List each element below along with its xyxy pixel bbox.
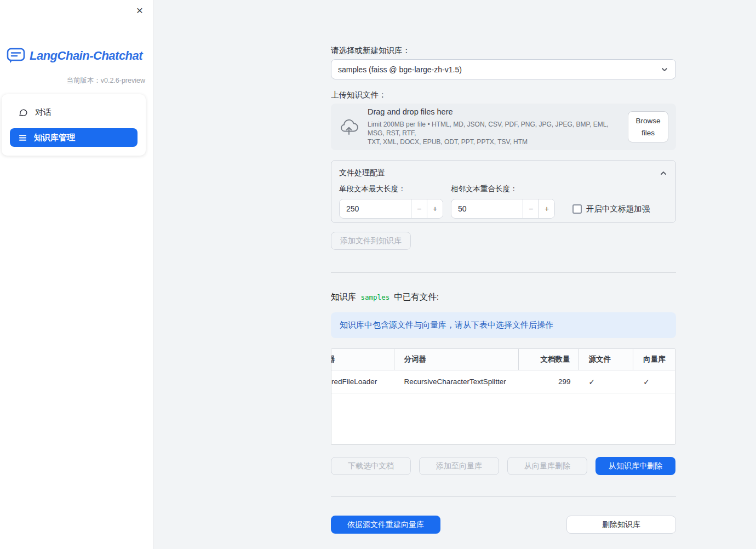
cell-doc-count[interactable]: 299 xyxy=(519,370,579,393)
sidebar-menu: 对话 知识库管理 xyxy=(2,94,146,156)
divider xyxy=(331,496,676,497)
sidebar-item-dialogue[interactable]: 对话 xyxy=(10,103,138,122)
kb-files-suffix: 中已有文件: xyxy=(394,291,439,303)
cell-vector-check[interactable]: ✓ xyxy=(633,370,675,393)
kb-name-code: samples xyxy=(361,293,390,301)
main-content: 请选择或新建知识库： samples (faiss @ bge-large-zh… xyxy=(331,0,676,534)
delete-kb-button[interactable]: 删除知识库 xyxy=(566,516,676,534)
column-header-source[interactable]: 源文件 xyxy=(579,349,633,370)
chevron-up-icon xyxy=(659,169,668,178)
column-header-doc-count[interactable]: 文档数量 xyxy=(519,349,579,370)
kb-selected-value: samples (faiss @ bge-large-zh-v1.5) xyxy=(338,65,462,74)
cloud-upload-icon xyxy=(339,118,359,136)
kb-select-label: 请选择或新建知识库： xyxy=(331,45,676,56)
upload-label: 上传知识文件： xyxy=(331,90,676,100)
checkbox-box xyxy=(572,204,582,214)
upload-limit-line1: Limit 200MB per file • HTML, MD, JSON, C… xyxy=(368,120,620,138)
download-selected-button[interactable]: 下载选中文档 xyxy=(331,457,411,475)
divider xyxy=(331,272,676,273)
overlap-label: 相邻文本重合长度： xyxy=(451,184,555,194)
file-config-expander: 文件处理配置 单段文本最大长度： − + 相邻文本重合长度： xyxy=(331,160,676,223)
info-banner: 知识库中包含源文件与向量库，请从下表中选择文件后操作 xyxy=(331,312,676,338)
column-header-splitter[interactable]: 分词器 xyxy=(394,349,519,370)
file-action-buttons: 下载选中文档 添加至向量库 从向量库删除 从知识库中删除 xyxy=(331,457,676,475)
max-length-decrement-button[interactable]: − xyxy=(411,199,427,218)
overlap-decrement-button[interactable]: − xyxy=(523,199,539,218)
overlap-group: 相邻文本重合长度： − + xyxy=(451,184,555,219)
chat-bubble-icon xyxy=(19,108,28,117)
upload-limit-line2: TXT, XML, DOCX, EPUB, ODT, PPT, PPTX, TS… xyxy=(368,138,620,146)
close-icon: × xyxy=(136,4,143,17)
kb-management-buttons: 依据源文件重建向量库 删除知识库 xyxy=(331,516,676,534)
column-header-loader[interactable]: 器 xyxy=(331,349,394,370)
sidebar-item-label: 对话 xyxy=(35,107,51,118)
file-dropzone[interactable]: Drag and drop files here Limit 200MB per… xyxy=(331,104,676,150)
checkbox-label: 开启中文标题加强 xyxy=(586,204,650,214)
rebuild-vector-store-button[interactable]: 依据源文件重建向量库 xyxy=(331,516,440,534)
knowledge-base-icon xyxy=(19,134,27,142)
cell-splitter[interactable]: RecursiveCharacterTextSplitter xyxy=(394,370,519,393)
app-logo: LangChain-Chatchat xyxy=(7,47,148,64)
cell-loader[interactable]: redFileLoader xyxy=(331,370,394,393)
add-files-to-kb-button[interactable]: 添加文件到知识库 xyxy=(331,232,411,250)
delete-from-vector-button[interactable]: 从向量库删除 xyxy=(507,457,587,475)
sidebar-item-kb-management[interactable]: 知识库管理 xyxy=(10,128,138,147)
kb-files-prefix: 知识库 xyxy=(331,291,357,303)
expander-title: 文件处理配置 xyxy=(339,168,385,178)
max-length-increment-button[interactable]: + xyxy=(427,199,443,218)
version-text: 当前版本：v0.2.6-preview xyxy=(66,76,145,85)
delete-from-kb-button[interactable]: 从知识库中删除 xyxy=(595,457,675,475)
chat-logo-icon xyxy=(7,47,25,64)
drag-drop-text: Drag and drop files here xyxy=(368,107,620,116)
sidebar-item-label: 知识库管理 xyxy=(34,133,75,143)
browse-files-button[interactable]: Browse files xyxy=(628,111,668,142)
table-header-row: 器 分词器 文档数量 源文件 向量库 xyxy=(331,349,675,370)
close-sidebar-button[interactable]: × xyxy=(133,3,147,18)
app-title: LangChain-Chatchat xyxy=(30,49,142,63)
column-header-vector[interactable]: 向量库 xyxy=(633,349,675,370)
max-length-input[interactable] xyxy=(340,199,411,218)
overlap-input[interactable] xyxy=(451,199,523,218)
kb-files-heading: 知识库 samples 中已有文件: xyxy=(331,291,676,303)
expander-toggle[interactable]: 文件处理配置 xyxy=(339,167,668,180)
chevron-down-icon xyxy=(660,65,669,74)
cell-source-check[interactable]: ✓ xyxy=(579,370,633,393)
uploader-text: Drag and drop files here Limit 200MB per… xyxy=(368,107,620,147)
max-length-label: 单段文本最大长度： xyxy=(339,184,443,194)
add-to-vector-button[interactable]: 添加至向量库 xyxy=(419,457,499,475)
kb-selectbox[interactable]: samples (faiss @ bge-large-zh-v1.5) xyxy=(331,59,676,79)
table-row[interactable]: redFileLoader RecursiveCharacterTextSpli… xyxy=(331,370,675,393)
max-length-group: 单段文本最大长度： − + xyxy=(339,184,443,219)
sidebar: × LangChain-Chatchat 当前版本：v0.2.6-preview… xyxy=(0,0,153,549)
zh-title-enhance-checkbox[interactable]: 开启中文标题加强 xyxy=(572,199,650,219)
overlap-increment-button[interactable]: + xyxy=(539,199,554,218)
files-table: 器 分词器 文档数量 源文件 向量库 redFileLoader Recursi… xyxy=(331,348,675,445)
